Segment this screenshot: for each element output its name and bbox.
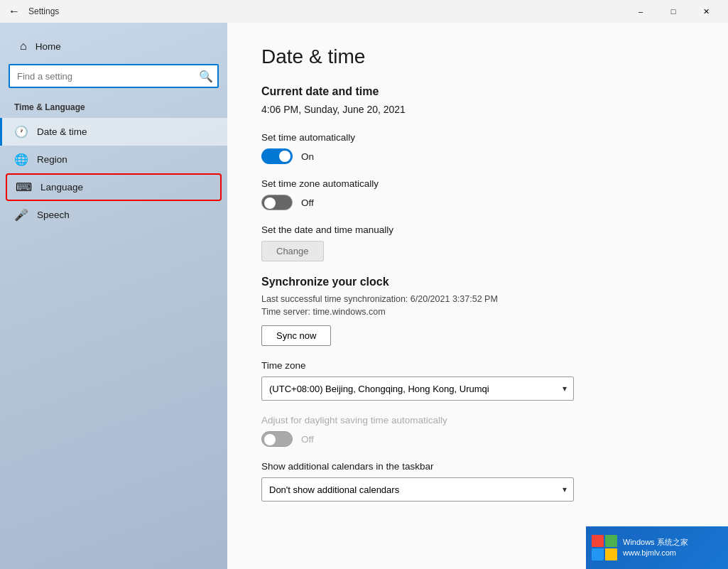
- sync-title: Synchronize your clock: [261, 276, 694, 288]
- sidebar-item-language[interactable]: ⌨ Language: [6, 173, 222, 201]
- set-time-auto-label: Set time automatically: [261, 132, 694, 143]
- toggle-time-auto-row: On: [261, 148, 694, 164]
- sidebar-item-date-time[interactable]: 🕐 Date & time: [0, 118, 227, 146]
- section-current-title: Current date and time: [261, 85, 694, 98]
- daylight-label: Adjust for daylight saving time automati…: [261, 415, 694, 426]
- toggle-daylight-thumb: [264, 434, 276, 445]
- search-input[interactable]: [9, 64, 219, 88]
- minimize-button[interactable]: –: [624, 0, 657, 23]
- watermark-line2: www.bjmlv.com: [623, 548, 688, 558]
- timezone-dropdown[interactable]: (UTC+08:00) Beijing, Chongqing, Hong Kon…: [261, 376, 574, 401]
- toggle-daylight-state: Off: [301, 434, 314, 445]
- set-manually-row: Set the date and time manually Change: [261, 224, 694, 261]
- toggle-timezone-auto-state: Off: [301, 197, 314, 208]
- watermark-text: Windows 系统之家 www.bjmlv.com: [623, 537, 688, 559]
- watermark-line1: Windows 系统之家: [623, 537, 688, 548]
- current-datetime: 4:06 PM, Sunday, June 20, 2021: [261, 104, 694, 115]
- toggle-timezone-auto[interactable]: [261, 195, 293, 210]
- toggle-thumb: [279, 151, 290, 162]
- additional-calendars-label: Show additional calendars in the taskbar: [261, 461, 694, 472]
- sidebar-item-region[interactable]: 🌐 Region: [0, 146, 227, 173]
- sidebar-home-label: Home: [36, 41, 61, 52]
- sidebar-item-region-label: Region: [37, 154, 67, 165]
- sync-section: Synchronize your clock Last successful t…: [261, 276, 694, 346]
- sidebar-item-home[interactable]: ⌂ Home: [6, 34, 222, 58]
- toggle-daylight[interactable]: [261, 431, 293, 447]
- close-button[interactable]: ✕: [690, 0, 722, 23]
- additional-calendars-dropdown-wrapper: Don't show additional calendarsSimplifie…: [261, 477, 574, 502]
- daylight-row: Adjust for daylight saving time automati…: [261, 415, 694, 447]
- toggle-daylight-row: Off: [261, 431, 694, 447]
- watermark: Windows 系统之家 www.bjmlv.com: [586, 526, 728, 569]
- language-icon: ⌨: [16, 180, 32, 194]
- search-icon[interactable]: 🔍: [199, 70, 213, 83]
- sidebar-item-speech-label: Speech: [37, 210, 70, 220]
- toggle-timezone-auto-row: Off: [261, 195, 694, 210]
- set-timezone-auto-row: Set time zone automatically Off: [261, 178, 694, 210]
- sidebar-section-label: Time & Language: [0, 99, 227, 118]
- toggle-time-auto[interactable]: [261, 148, 293, 164]
- timezone-row: Time zone (UTC+08:00) Beijing, Chongqing…: [261, 360, 694, 401]
- back-icon: ←: [9, 5, 20, 18]
- sync-server-info: Time server: time.windows.com: [261, 307, 694, 317]
- toggle-time-auto-state: On: [301, 151, 314, 162]
- toggle-timezone-thumb: [264, 197, 276, 209]
- clock-icon: 🕐: [14, 125, 28, 139]
- sidebar: ⌂ Home 🔍 Time & Language 🕐 Date & time 🌐…: [0, 23, 227, 569]
- sync-last-info: Last successful time synchronization: 6/…: [261, 294, 694, 304]
- globe-icon: 🌐: [14, 153, 28, 166]
- mic-icon: 🎤: [14, 208, 28, 222]
- windows-logo-icon: [592, 535, 617, 560]
- additional-calendars-row: Show additional calendars in the taskbar…: [261, 461, 694, 502]
- home-icon: ⌂: [20, 40, 27, 53]
- change-button[interactable]: Change: [261, 241, 324, 261]
- sync-now-button[interactable]: Sync now: [261, 325, 331, 346]
- additional-calendars-dropdown[interactable]: Don't show additional calendarsSimplifie…: [261, 477, 574, 502]
- set-time-auto-row: Set time automatically On: [261, 132, 694, 164]
- sidebar-item-date-time-label: Date & time: [37, 126, 87, 137]
- back-button[interactable]: ←: [6, 3, 23, 20]
- titlebar-title: Settings: [28, 6, 59, 16]
- set-timezone-auto-label: Set time zone automatically: [261, 178, 694, 189]
- set-manually-label: Set the date and time manually: [261, 224, 694, 235]
- main-layout: ⌂ Home 🔍 Time & Language 🕐 Date & time 🌐…: [0, 23, 728, 569]
- timezone-dropdown-wrapper: (UTC+08:00) Beijing, Chongqing, Hong Kon…: [261, 376, 574, 401]
- maximize-button[interactable]: □: [657, 0, 690, 23]
- page-title: Date & time: [261, 45, 694, 68]
- titlebar: ← Settings – □ ✕: [0, 0, 728, 23]
- search-box: 🔍: [9, 64, 219, 88]
- content-area: Date & time Current date and time 4:06 P…: [227, 23, 728, 569]
- sidebar-item-language-label: Language: [40, 182, 83, 193]
- window-controls: – □ ✕: [624, 0, 722, 23]
- timezone-label: Time zone: [261, 360, 694, 371]
- sidebar-item-speech[interactable]: 🎤 Speech: [0, 201, 227, 229]
